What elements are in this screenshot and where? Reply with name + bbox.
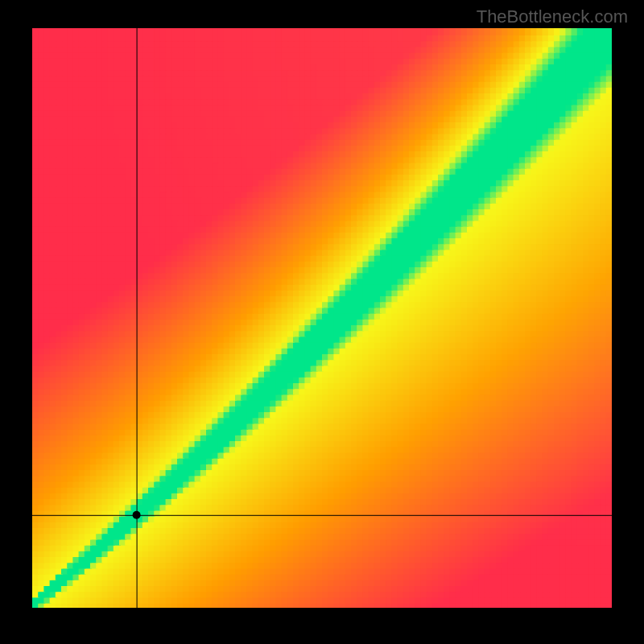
- chart-container: TheBottleneck.com: [0, 0, 644, 644]
- heatmap-canvas: [32, 28, 612, 608]
- heatmap-plot: [32, 28, 612, 608]
- watermark-text: TheBottleneck.com: [477, 6, 628, 27]
